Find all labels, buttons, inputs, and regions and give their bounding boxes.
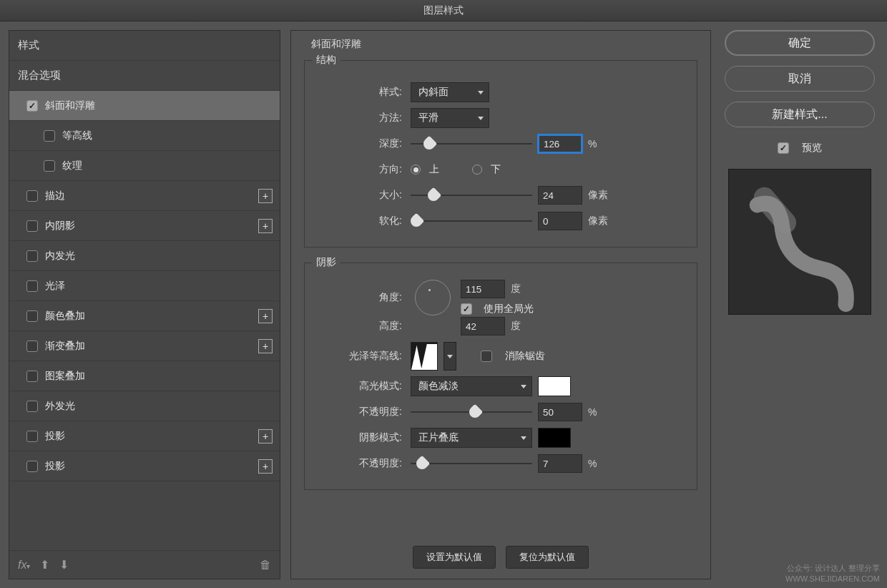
- sidebar-item-contour[interactable]: 等高线: [9, 121, 280, 151]
- shading-legend: 阴影: [312, 256, 340, 269]
- sidebar-item-color-overlay[interactable]: 颜色叠加 +: [9, 301, 280, 331]
- checkbox-texture[interactable]: [44, 160, 55, 172]
- highlight-color-swatch[interactable]: [538, 376, 571, 396]
- depth-input[interactable]: [538, 134, 582, 153]
- soften-slider-thumb[interactable]: [408, 213, 425, 230]
- depth-slider[interactable]: [411, 143, 532, 144]
- direction-label: 方向:: [312, 163, 405, 176]
- add-drop-shadow-2-button[interactable]: +: [258, 459, 273, 474]
- sidebar-item-outer-glow[interactable]: 外发光: [9, 391, 280, 421]
- antialias-label: 消除锯齿: [505, 350, 545, 363]
- fx-menu-icon[interactable]: fx▾: [18, 559, 30, 572]
- highlight-opacity-thumb[interactable]: [467, 404, 484, 421]
- sidebar-item-gradient-overlay[interactable]: 渐变叠加 +: [9, 331, 280, 361]
- sidebar-item-inner-glow[interactable]: 内发光: [9, 241, 280, 271]
- style-dropdown[interactable]: 内斜面: [411, 82, 489, 102]
- add-color-overlay-button[interactable]: +: [258, 309, 273, 323]
- preview-checkbox[interactable]: [778, 142, 789, 154]
- highlight-opacity-input[interactable]: [538, 403, 582, 421]
- highlight-mode-dropdown[interactable]: 颜色减淡: [411, 376, 532, 396]
- sidebar-item-bevel-emboss[interactable]: 斜面和浮雕: [9, 91, 280, 121]
- use-global-light-label: 使用全局光: [484, 303, 534, 315]
- sidebar-item-pattern-overlay[interactable]: 图案叠加: [9, 361, 280, 391]
- checkbox-inner-glow[interactable]: [26, 250, 38, 262]
- direction-down-radio[interactable]: [472, 165, 482, 175]
- sidebar-item-drop-shadow-1[interactable]: 投影 +: [9, 421, 280, 451]
- altitude-input[interactable]: [461, 317, 505, 335]
- structure-group: 结构 样式: 内斜面 方法: 平滑 深度: % 方向: 上 下: [304, 54, 697, 248]
- shadow-color-swatch[interactable]: [538, 428, 571, 448]
- highlight-opacity-slider[interactable]: [411, 411, 532, 413]
- move-up-icon[interactable]: ⬆: [40, 558, 49, 572]
- size-label: 大小:: [312, 189, 405, 202]
- reset-default-button[interactable]: 复位为默认值: [506, 546, 589, 569]
- sidebar-item-satin[interactable]: 光泽: [9, 271, 280, 301]
- checkbox-inner-shadow[interactable]: [26, 220, 38, 232]
- direction-up-radio[interactable]: [411, 165, 421, 175]
- shadow-opacity-slider[interactable]: [411, 463, 532, 464]
- technique-dropdown[interactable]: 平滑: [411, 108, 489, 128]
- title-text: 图层样式: [423, 4, 464, 17]
- shadow-opacity-input[interactable]: [538, 454, 582, 473]
- shadow-opacity-label: 不透明度:: [312, 457, 405, 470]
- angle-dial-dot: [428, 289, 431, 291]
- gloss-contour-label: 光泽等高线:: [312, 350, 405, 363]
- highlight-opacity-label: 不透明度:: [312, 406, 405, 418]
- technique-label: 方法:: [312, 112, 405, 124]
- checkbox-contour[interactable]: [44, 130, 55, 142]
- altitude-label: 高度:: [312, 320, 405, 333]
- angle-label: 角度:: [312, 291, 405, 304]
- checkbox-color-overlay[interactable]: [26, 310, 38, 322]
- panel-title: 斜面和浮雕: [304, 38, 697, 51]
- make-default-button[interactable]: 设置为默认值: [413, 546, 496, 569]
- depth-slider-thumb[interactable]: [421, 136, 438, 152]
- add-gradient-overlay-button[interactable]: +: [258, 339, 273, 353]
- sidebar-item-inner-shadow[interactable]: 内阴影 +: [9, 211, 280, 241]
- checkbox-pattern-overlay[interactable]: [26, 371, 38, 382]
- checkbox-drop-shadow-2[interactable]: [26, 461, 38, 472]
- soften-input[interactable]: [538, 212, 582, 230]
- trash-icon[interactable]: 🗑: [260, 559, 271, 572]
- sidebar-item-texture[interactable]: 纹理: [9, 151, 280, 181]
- checkbox-bevel-emboss[interactable]: [26, 100, 38, 112]
- antialias-checkbox[interactable]: [481, 351, 492, 362]
- move-down-icon[interactable]: ⬇: [59, 558, 69, 572]
- checkbox-outer-glow[interactable]: [26, 401, 38, 412]
- size-input[interactable]: [538, 186, 582, 205]
- gloss-contour-dropdown[interactable]: [444, 342, 456, 371]
- depth-label: 深度:: [312, 137, 405, 150]
- sidebar-item-stroke[interactable]: 描边 +: [9, 181, 280, 211]
- use-global-light-checkbox[interactable]: [461, 303, 472, 315]
- structure-legend: 结构: [312, 54, 340, 67]
- checkbox-satin[interactable]: [26, 280, 38, 292]
- checkbox-stroke[interactable]: [26, 190, 38, 202]
- shadow-mode-dropdown[interactable]: 正片叠底: [411, 428, 532, 448]
- gloss-contour-picker[interactable]: [411, 342, 438, 371]
- sidebar-blend-options[interactable]: 混合选项: [9, 61, 280, 91]
- add-drop-shadow-1-button[interactable]: +: [258, 429, 273, 444]
- soften-slider[interactable]: [411, 220, 532, 222]
- cancel-button[interactable]: 取消: [725, 66, 875, 92]
- checkbox-drop-shadow-1[interactable]: [26, 431, 38, 442]
- new-style-button[interactable]: 新建样式...: [725, 102, 875, 127]
- preview-label: 预览: [802, 142, 822, 155]
- checkbox-gradient-overlay[interactable]: [26, 340, 38, 352]
- right-column: 确定 取消 新建样式... 预览: [721, 30, 878, 579]
- soften-label: 软化:: [312, 215, 405, 227]
- angle-input[interactable]: [461, 280, 505, 298]
- shadow-opacity-thumb[interactable]: [414, 456, 431, 472]
- highlight-mode-label: 高光模式:: [312, 380, 405, 393]
- angle-dial[interactable]: [415, 280, 451, 315]
- styles-sidebar: 样式 混合选项 斜面和浮雕 等高线 纹理 描边 + 内阴影 + 内发光: [9, 30, 280, 579]
- watermark: 公众号: 设计达人 整理分享 WWW.SHEJIDAREN.COM: [785, 563, 880, 584]
- add-stroke-button[interactable]: +: [258, 189, 273, 203]
- size-slider-thumb[interactable]: [426, 187, 442, 204]
- size-slider[interactable]: [411, 195, 532, 196]
- sidebar-header-styles[interactable]: 样式: [9, 31, 280, 61]
- shading-group: 阴影 角度: 度 使用全局光 高度:: [304, 256, 697, 490]
- window-title: 图层样式: [0, 0, 887, 21]
- sidebar-item-drop-shadow-2[interactable]: 投影 +: [9, 451, 280, 481]
- add-inner-shadow-button[interactable]: +: [258, 219, 273, 233]
- ok-button[interactable]: 确定: [725, 30, 875, 56]
- preview-thumbnail: [728, 169, 871, 315]
